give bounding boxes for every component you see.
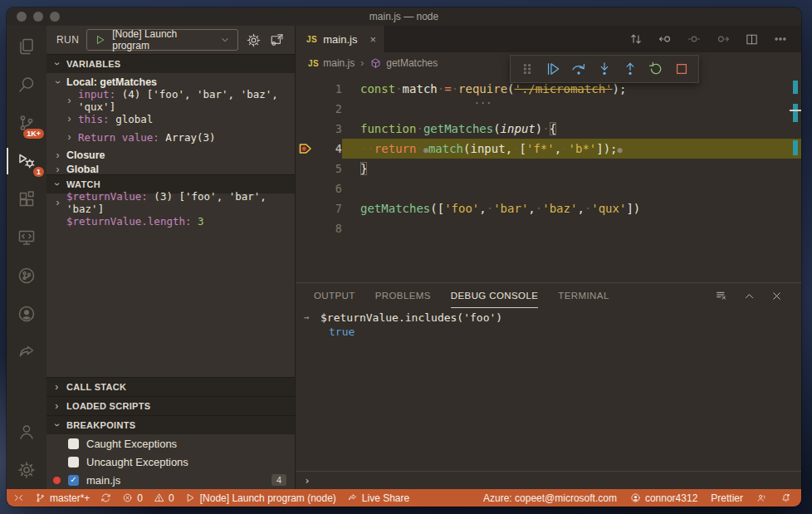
- step-into-button[interactable]: [592, 57, 617, 81]
- breadcrumb-item-getMatches[interactable]: getMatches: [369, 57, 438, 70]
- step-out-button[interactable]: [618, 57, 643, 81]
- variables-row[interactable]: ›Global: [46, 164, 295, 174]
- close-window-button[interactable]: [17, 12, 27, 22]
- gutter-glyph-margin[interactable]: [296, 119, 316, 139]
- warning-icon: [154, 492, 164, 503]
- close-icon[interactable]: [770, 290, 783, 302]
- gutter-glyph-margin[interactable]: [296, 218, 316, 238]
- activity-item-remote-explorer[interactable]: [7, 218, 46, 257]
- status-live-share[interactable]: Live Share: [347, 492, 409, 504]
- activity-item-search[interactable]: [7, 66, 46, 104]
- step-over-button[interactable]: [566, 57, 591, 81]
- toolbar-drag-handle-icon[interactable]: [515, 57, 540, 81]
- status-sync[interactable]: [100, 492, 111, 503]
- gutter-glyph-margin[interactable]: [296, 99, 316, 119]
- code-line-text[interactable]: function·getMatches(input)·{: [342, 119, 801, 139]
- clear-console-icon[interactable]: [715, 289, 728, 302]
- activity-item-extensions[interactable]: [7, 180, 46, 218]
- code-line-text[interactable]: }: [342, 159, 801, 179]
- code-line-text[interactable]: [342, 218, 801, 238]
- panel-tab-problems[interactable]: PROBLEMS: [375, 283, 431, 308]
- tab-main-js[interactable]: JS main.js ×: [296, 26, 385, 52]
- breakpoint-checkbox[interactable]: [68, 438, 79, 449]
- configure-gear-button[interactable]: [246, 32, 262, 48]
- status-notifications[interactable]: [780, 492, 791, 503]
- minimize-window-button[interactable]: [33, 12, 43, 22]
- stop-button[interactable]: [669, 57, 694, 81]
- variable-text: input: (4) ['foo', 'bar', 'baz', 'qux']: [78, 88, 295, 113]
- panel-tab-terminal[interactable]: TERMINAL: [558, 283, 609, 308]
- breakpoint-row[interactable]: Uncaught Exceptions: [46, 453, 295, 471]
- line-number: 7: [316, 198, 342, 218]
- line-number: 3: [316, 119, 342, 139]
- status-debug-config[interactable]: [Node] Launch program (node): [185, 492, 336, 504]
- open-debug-console-button[interactable]: [269, 32, 285, 48]
- compare-changes-icon[interactable]: [629, 32, 643, 47]
- watch-row[interactable]: ›$returnValue: (3) ['foo', 'bar', 'baz']: [46, 193, 295, 212]
- call-stack-section-header[interactable]: › CALL STACK: [46, 377, 295, 396]
- restart-button[interactable]: [643, 57, 668, 81]
- breakpoint-checkbox[interactable]: ✓: [68, 475, 79, 486]
- nav-location-icon[interactable]: [687, 32, 702, 47]
- current-statement-breakpoint-icon[interactable]: [296, 139, 316, 159]
- debug-toolbar: [510, 55, 699, 83]
- status-branch[interactable]: master*+: [35, 492, 90, 504]
- split-editor-icon[interactable]: [745, 32, 759, 47]
- activity-item-live-share[interactable]: [7, 333, 46, 371]
- breadcrumb-item-main.js[interactable]: JSmain.js: [308, 57, 355, 69]
- loaded-scripts-section-header[interactable]: › LOADED SCRIPTS: [46, 396, 295, 415]
- gutter-glyph-margin[interactable]: [296, 159, 316, 179]
- debug-console[interactable]: → $returnValue.includes('foo') true: [296, 308, 801, 471]
- title-bar: main.js — node: [7, 7, 801, 26]
- panel-tab-output[interactable]: OUTPUT: [314, 283, 355, 308]
- variables-section-header[interactable]: › VARIABLES: [46, 54, 295, 73]
- variables-row[interactable]: ›Closure: [46, 146, 295, 164]
- activity-item-github[interactable]: [7, 295, 46, 333]
- variables-row[interactable]: ›input: (4) ['foo', 'bar', 'baz', 'qux']: [46, 91, 295, 110]
- launch-config-dropdown[interactable]: [Node] Launch program: [86, 29, 238, 51]
- gutter-glyph-margin[interactable]: [296, 179, 316, 198]
- nav-forward-icon[interactable]: [716, 32, 731, 47]
- breakpoint-row[interactable]: Caught Exceptions: [46, 434, 295, 453]
- start-debug-icon[interactable]: [95, 34, 106, 46]
- activity-item-account[interactable]: [7, 413, 46, 451]
- panel-tab-debug-console[interactable]: DEBUG CONSOLE: [451, 283, 539, 308]
- collapse-panel-icon[interactable]: [743, 290, 756, 302]
- scope-label: Local: getMatches: [66, 76, 157, 88]
- breakpoints-section-header[interactable]: › BREAKPOINTS: [46, 415, 295, 434]
- activity-item-pull-requests[interactable]: [7, 257, 46, 295]
- code-line-text[interactable]: [342, 179, 801, 198]
- variable-name: $returnValue:: [66, 190, 148, 203]
- activity-item-source-control[interactable]: 1K+: [7, 104, 46, 142]
- breakpoint-checkbox[interactable]: [68, 457, 79, 467]
- status-errors[interactable]: 0: [122, 492, 143, 504]
- maximize-window-button[interactable]: [50, 12, 60, 22]
- status-feedback[interactable]: [756, 492, 767, 503]
- activity-item-settings[interactable]: [7, 451, 46, 489]
- status-github-account[interactable]: connor4312: [630, 492, 697, 504]
- code-line-8: 8: [296, 218, 801, 238]
- activity-item-run-debug[interactable]: 1: [7, 142, 46, 180]
- continue-button[interactable]: [541, 57, 565, 81]
- code-line-text[interactable]: [342, 99, 801, 119]
- status-warnings[interactable]: 0: [154, 492, 174, 504]
- overview-ruler[interactable]: [790, 74, 801, 282]
- variables-row[interactable]: ›Return value: Array(3): [46, 128, 295, 146]
- line-number: 2: [316, 99, 342, 119]
- close-tab-icon[interactable]: ×: [369, 33, 376, 46]
- code-line-text[interactable]: ··return·●match(input,·['f*',·'b*']);●: [342, 139, 801, 159]
- gutter-glyph-margin[interactable]: [296, 79, 316, 99]
- status-azure-account[interactable]: Azure: copeet@microsoft.com: [483, 492, 617, 504]
- method-symbol-icon: [369, 57, 382, 70]
- nav-back-icon[interactable]: [658, 32, 673, 47]
- gutter-glyph-margin[interactable]: [296, 198, 316, 218]
- activity-item-explorer[interactable]: [7, 27, 46, 66]
- status-remote[interactable]: [13, 492, 24, 503]
- vscode-window: main.js — node 1K+1 RUN [Node] Launch pr…: [7, 7, 801, 507]
- status-prettier[interactable]: Prettier: [711, 492, 743, 504]
- breakpoint-row[interactable]: ✓main.js4: [46, 471, 295, 489]
- debug-console-input[interactable]: ›: [296, 471, 801, 489]
- more-actions-icon[interactable]: [773, 32, 788, 47]
- play-outline-icon: [185, 492, 196, 503]
- code-line-text[interactable]: getMatches(['foo',·'bar',·'baz',·'qux']): [342, 198, 801, 218]
